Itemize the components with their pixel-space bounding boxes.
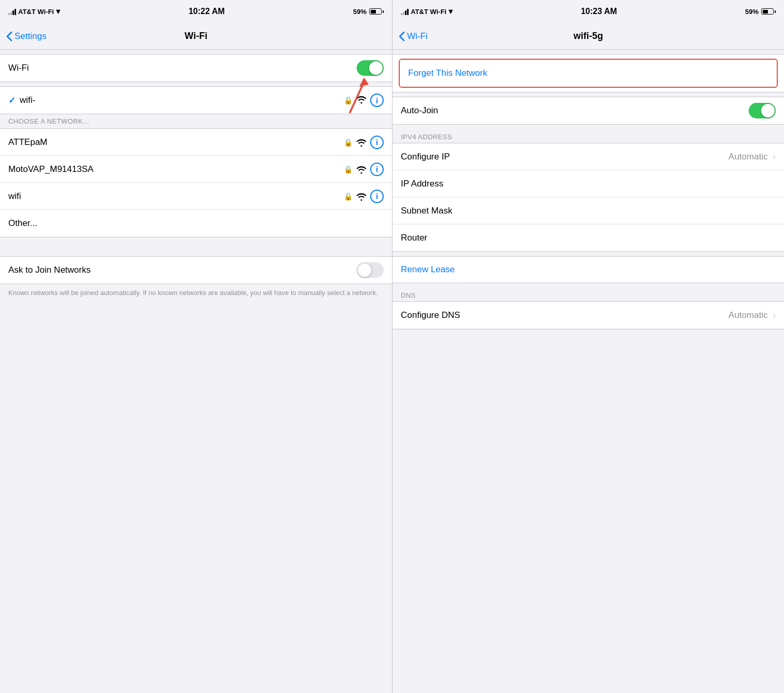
right-status-left: AT&T Wi-Fi ▾	[401, 7, 453, 16]
renew-lease-label: Renew Lease	[401, 264, 455, 275]
settings-back-button[interactable]: Settings	[6, 31, 46, 42]
right-back-label: Wi-Fi	[407, 31, 428, 42]
ipv4-group: Configure IP Automatic › IP Address Subn…	[393, 143, 784, 252]
configure-dns-text: Automatic	[728, 310, 768, 321]
wifi-back-button[interactable]: Wi-Fi	[399, 31, 428, 42]
wifi-toggle-group: Wi-Fi	[0, 54, 392, 82]
lock-icon-motovap: 🔒	[344, 165, 353, 174]
forget-network-group: Forget This Network	[393, 54, 784, 92]
ipv4-section-header: IPV4 ADDRESS	[393, 129, 784, 143]
left-status-right: 59%	[353, 8, 384, 16]
configure-ip-chevron: ›	[773, 152, 776, 162]
network-row-motovap[interactable]: MotoVAP_M91413SA 🔒 i	[0, 156, 392, 183]
dns-section-header: DNS	[393, 287, 784, 301]
wifi-status-icon: ▾	[56, 7, 60, 16]
router-row: Router	[393, 224, 784, 251]
wifi-icon-wifi	[356, 192, 367, 201]
right-wifi-status-icon: ▾	[449, 7, 453, 16]
ip-address-label: IP Address	[401, 179, 443, 189]
wifi-toggle[interactable]	[357, 60, 384, 76]
attepa-icons: 🔒 i	[344, 136, 384, 149]
left-panel: AT&T Wi-Fi ▾ 10:22 AM 59% Settings Wi-Fi…	[0, 0, 392, 693]
wifi-label: Wi-Fi	[8, 63, 29, 73]
forget-network-row[interactable]: Forget This Network	[400, 60, 777, 87]
configure-ip-text: Automatic	[728, 152, 768, 162]
right-status-bar: AT&T Wi-Fi ▾ 10:23 AM 59%	[393, 0, 784, 23]
toggle-thumb	[369, 61, 383, 75]
network-name-wifi: wifi	[8, 191, 21, 202]
auto-join-toggle-thumb	[761, 104, 775, 117]
configure-ip-row[interactable]: Configure IP Automatic ›	[393, 143, 784, 170]
router-label: Router	[401, 233, 427, 243]
carrier-label: AT&T Wi-Fi	[18, 8, 54, 16]
info-icon-wifi-plain: i	[376, 192, 378, 201]
network-row-other[interactable]: Other...	[0, 210, 392, 237]
configure-dns-row[interactable]: Configure DNS Automatic ›	[393, 302, 784, 329]
right-panel: AT&T Wi-Fi ▾ 10:23 AM 59% Wi-Fi wifi-5g …	[392, 0, 784, 693]
auto-join-toggle[interactable]	[749, 103, 776, 118]
forget-network-label: Forget This Network	[408, 68, 488, 78]
connected-network-row[interactable]: ✓ wifi- 🔒 i	[0, 87, 392, 114]
dns-header-label: DNS	[401, 291, 416, 299]
forget-border-box: Forget This Network	[399, 59, 778, 88]
network-name-other: Other...	[8, 218, 37, 229]
footer-note: Known networks will be joined automatica…	[0, 284, 392, 302]
renew-lease-row[interactable]: Renew Lease	[393, 256, 784, 283]
choose-network-label: CHOOSE A NETWORK...	[8, 117, 89, 125]
ask-join-row[interactable]: Ask to Join Networks	[0, 257, 392, 284]
connected-network-name: wifi-	[20, 95, 35, 105]
left-time: 10:22 AM	[188, 7, 225, 16]
choose-network-header: CHOOSE A NETWORK...	[0, 114, 392, 128]
wifi-icon-motovap	[356, 165, 367, 174]
wifi-strength-icon	[356, 95, 367, 106]
right-battery-icon	[761, 8, 776, 15]
info-icon: i	[376, 96, 378, 105]
ask-join-group: Ask to Join Networks	[0, 256, 392, 284]
left-status-left: AT&T Wi-Fi ▾	[8, 7, 60, 16]
network-row-wifi[interactable]: wifi 🔒 i	[0, 183, 392, 210]
connected-network-icons: 🔒 i	[344, 94, 384, 107]
ask-join-label: Ask to Join Networks	[8, 265, 91, 275]
connected-network-group: ✓ wifi- 🔒 i	[0, 86, 392, 114]
battery-icon	[369, 8, 384, 15]
lock-icon-wifi: 🔒	[344, 192, 353, 201]
ip-address-row: IP Address	[393, 170, 784, 197]
network-row-attepa[interactable]: ATTEpaM 🔒 i	[0, 129, 392, 156]
left-status-bar: AT&T Wi-Fi ▾ 10:22 AM 59%	[0, 0, 392, 23]
ipv4-header-label: IPV4 ADDRESS	[401, 133, 452, 141]
motovap-icons: 🔒 i	[344, 163, 384, 176]
info-icon-attepa: i	[376, 138, 378, 146]
right-nav-title: wifi-5g	[574, 31, 603, 42]
connected-info-button[interactable]: i	[370, 94, 384, 107]
right-nav-bar: Wi-Fi wifi-5g	[393, 23, 784, 50]
subnet-mask-row: Subnet Mask	[393, 197, 784, 224]
ask-join-toggle[interactable]	[357, 262, 384, 278]
right-battery-percent: 59%	[745, 8, 759, 16]
lock-icon: 🔒	[344, 96, 353, 104]
right-time: 10:23 AM	[581, 7, 617, 16]
wifi-info-button[interactable]: i	[370, 190, 384, 203]
right-signal-bars	[401, 8, 409, 15]
wifi-toggle-row[interactable]: Wi-Fi	[0, 55, 392, 82]
back-label: Settings	[15, 31, 46, 42]
motovap-info-button[interactable]: i	[370, 163, 384, 176]
auto-join-row[interactable]: Auto-Join	[393, 97, 784, 124]
info-icon-motovap: i	[376, 165, 378, 174]
auto-join-label: Auto-Join	[401, 105, 438, 116]
left-nav-bar: Settings Wi-Fi	[0, 23, 392, 50]
attepa-info-button[interactable]: i	[370, 136, 384, 149]
configure-ip-label: Configure IP	[401, 152, 450, 162]
signal-bars	[8, 8, 16, 15]
left-nav-title: Wi-Fi	[185, 31, 208, 42]
lock-icon-attepa: 🔒	[344, 138, 353, 146]
battery-percent: 59%	[353, 8, 367, 16]
configure-dns-label: Configure DNS	[401, 310, 460, 321]
network-name-motovap: MotoVAP_M91413SA	[8, 164, 93, 175]
wifi-icon-attepa	[356, 138, 367, 147]
subnet-mask-label: Subnet Mask	[401, 206, 452, 216]
right-status-right: 59%	[745, 8, 776, 16]
auto-join-group: Auto-Join	[393, 97, 784, 125]
right-carrier-label: AT&T Wi-Fi	[411, 8, 447, 16]
network-name-attepa: ATTEpaM	[8, 137, 47, 148]
dns-group: Configure DNS Automatic ›	[393, 301, 784, 329]
